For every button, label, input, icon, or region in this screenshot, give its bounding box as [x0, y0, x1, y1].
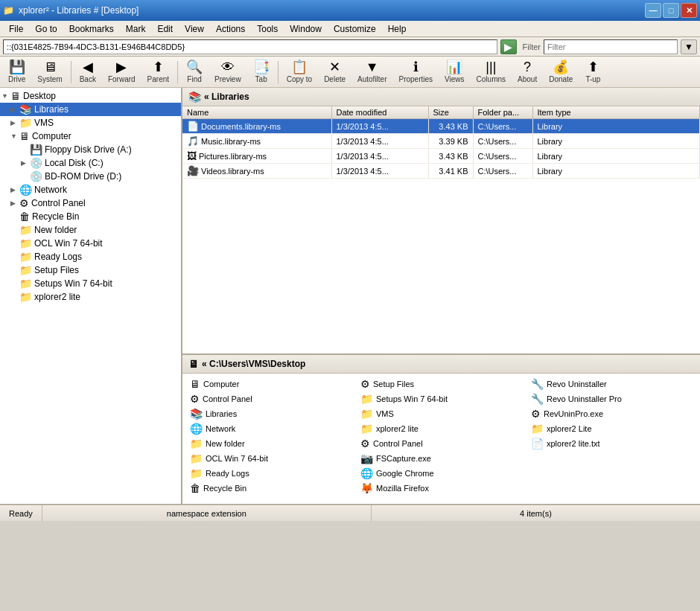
right-pane: 📚 « Libraries NameDate modifiedSizeFolde…	[182, 88, 700, 504]
toolbar-btn-properties[interactable]: ℹProperties	[394, 58, 439, 86]
toolbar-btn-system[interactable]: 🖥System	[32, 58, 67, 86]
menu-item-view[interactable]: View	[179, 22, 210, 36]
list-item[interactable]: 🖥Computer	[185, 377, 356, 391]
address-input[interactable]	[3, 39, 497, 54]
toolbar-btn-t-up[interactable]: ⬆T-up	[579, 58, 606, 86]
list-item[interactable]: 📷FSCapture.exe	[356, 451, 526, 466]
tree-item-recycle[interactable]: 🗑Recycle Bin	[0, 210, 181, 223]
toolbar-btn-views[interactable]: 📊Views	[439, 58, 470, 86]
list-item[interactable]: 📁Setups Win 7 64-bit	[356, 391, 526, 406]
tree-expand-controlpanel[interactable]: ▶	[10, 199, 19, 207]
tree-item-computer[interactable]: ▼🖥Computer	[0, 129, 181, 143]
list-item[interactable]: 📄xplorer2 lite.txt	[526, 436, 697, 451]
toolbar-btn-parent[interactable]: ⬆Parent	[142, 58, 174, 86]
file-col-item-type[interactable]: Item type	[532, 106, 700, 119]
list-item[interactable]: 🗑Recycle Bin	[185, 481, 356, 496]
toolbar-btn-forward[interactable]: ▶Forward	[103, 58, 141, 86]
list-item[interactable]: 📁xplorer2 Lite	[526, 421, 697, 436]
maximize-button[interactable]: □	[663, 3, 679, 18]
tree-expand-localc[interactable]: ▶	[21, 159, 30, 167]
list-item[interactable]: 📁New folder	[185, 436, 356, 451]
list-item[interactable]: 🌐Google Chrome	[356, 466, 526, 481]
list-item[interactable]: 🌐Network	[185, 421, 356, 436]
tree-item-libraries[interactable]: ▶📚Libraries	[0, 103, 181, 116]
tree-item-localc[interactable]: ▶💿Local Disk (C:)	[0, 156, 181, 170]
filter-input[interactable]	[544, 39, 678, 54]
tree-item-desktop[interactable]: ▼🖥Desktop	[0, 89, 181, 103]
address-go-button[interactable]: ▶	[500, 39, 517, 54]
app-icon: 📁	[3, 5, 14, 16]
tree-expand-vms[interactable]: ▶	[10, 119, 19, 127]
menu-item-file[interactable]: File	[3, 22, 29, 36]
tree-item-floppy[interactable]: 💾Floppy Disk Drive (A:)	[0, 143, 181, 156]
menu-item-tools[interactable]: Tools	[251, 22, 284, 36]
tree-expand-network[interactable]: ▶	[10, 186, 19, 193]
tree-expand-computer[interactable]: ▼	[10, 132, 19, 140]
menu-item-mark[interactable]: Mark	[120, 22, 152, 36]
list-item[interactable]: 📁xplorer2 lite	[356, 421, 526, 436]
toolbar-btn-copy-to[interactable]: 📋Copy to	[281, 58, 317, 86]
tree-icon-network: 🌐	[19, 184, 32, 196]
file-col-date-modified[interactable]: Date modified	[331, 106, 428, 119]
list-item[interactable]: 🔧Revo Uninstaller Pro	[526, 391, 697, 406]
minimize-button[interactable]: —	[645, 3, 661, 18]
tree-icon-setupswin: 📁	[19, 278, 32, 289]
toolbar-btn-drive[interactable]: 💾Drive	[3, 58, 31, 86]
table-row[interactable]: 🎥Videos.library-ms1/3/2013 4:5...3.41 KB…	[182, 164, 700, 179]
tree-item-network[interactable]: ▶🌐Network	[0, 183, 181, 196]
list-item[interactable]: ⚙RevUninPro.exe	[526, 406, 697, 421]
tree-label-bddrive: BD-ROM Drive (D:)	[45, 171, 121, 182]
tree-item-oclwin[interactable]: 📁OCL Win 7 64-bit	[0, 237, 181, 250]
toolbar-btn-delete[interactable]: ✕Delete	[319, 58, 351, 86]
tree-label-setupfiles: Setup Files	[34, 265, 79, 275]
list-item[interactable]: 📁VMS	[356, 406, 526, 421]
toolbar-separator	[177, 61, 178, 83]
tree-item-readylogs[interactable]: 📁Ready Logs	[0, 250, 181, 263]
tree-item-setupfiles[interactable]: 📁Setup Files	[0, 263, 181, 277]
menu-item-edit[interactable]: Edit	[151, 22, 179, 36]
tree-item-controlpanel[interactable]: ▶⚙Control Panel	[0, 196, 181, 210]
list-item[interactable]: 📁Ready Logs	[185, 466, 356, 481]
list-item[interactable]: ⚙Setup Files	[356, 377, 526, 391]
toolbar-btn-back[interactable]: ◀Back	[74, 58, 101, 86]
list-item[interactable]: 📁OCL Win 7 64-bit	[185, 451, 356, 466]
tree-item-newfolder[interactable]: 📁New folder	[0, 223, 181, 237]
menu-item-bookmarks[interactable]: Bookmarks	[63, 22, 120, 36]
file-col-size[interactable]: Size	[428, 106, 473, 119]
toolbar: 💾Drive🖥System◀Back▶Forward⬆Parent🔍Find👁P…	[0, 57, 700, 88]
file-col-name[interactable]: Name	[182, 106, 331, 119]
tree-expand-libraries[interactable]: ▶	[10, 106, 19, 113]
list-item[interactable]: ⚙Control Panel	[185, 391, 356, 406]
titlebar-title: xplorer² - Libraries # [Desktop]	[19, 5, 139, 16]
menu-item-customize[interactable]: Customize	[328, 22, 382, 36]
toolbar-btn-columns[interactable]: |||Columns	[471, 58, 511, 86]
menu-item-help[interactable]: Help	[382, 22, 413, 36]
menu-item-actions[interactable]: Actions	[210, 22, 251, 36]
list-item[interactable]: 🔧Revo Uninstaller	[526, 377, 697, 391]
table-row[interactable]: 📄Documents.library-ms1/3/2013 4:5...3.43…	[182, 119, 700, 134]
toolbar-btn-about[interactable]: ?About	[512, 58, 542, 86]
toolbar-btn-preview[interactable]: 👁Preview	[209, 58, 246, 86]
list-item[interactable]: 🦊Mozilla Firefox	[356, 481, 526, 496]
list-item[interactable]: 📚Libraries	[185, 406, 356, 421]
close-button[interactable]: ✕	[681, 3, 697, 18]
filter-dropdown-button[interactable]: ▼	[681, 39, 697, 54]
tree-icon-desktop: 🖥	[10, 90, 21, 102]
table-row[interactable]: 🖼Pictures.library-ms1/3/2013 4:5...3.43 …	[182, 149, 700, 164]
toolbar-btn-tab[interactable]: 📑Tab	[248, 58, 275, 86]
list-item[interactable]: ⚙Control Panel	[356, 436, 526, 451]
tree-label-floppy: Floppy Disk Drive (A:)	[45, 144, 132, 155]
table-row[interactable]: 🎵Music.library-ms1/3/2013 4:5...3.39 KBC…	[182, 134, 700, 149]
menu-item-window[interactable]: Window	[284, 22, 328, 36]
desktop-item-icon: 🔧	[531, 393, 544, 405]
file-col-folder-pa...[interactable]: Folder pa...	[473, 106, 532, 119]
tree-item-setupswin[interactable]: 📁Setups Win 7 64-bit	[0, 277, 181, 290]
menu-item-go-to[interactable]: Go to	[29, 22, 63, 36]
toolbar-btn-autofilter[interactable]: ▼Autofilter	[352, 58, 392, 86]
tree-expand-desktop[interactable]: ▼	[1, 92, 10, 100]
tree-item-xplorer2lite[interactable]: 📁xplorer2 lite	[0, 290, 181, 304]
toolbar-btn-find[interactable]: 🔍Find	[181, 58, 208, 86]
toolbar-btn-donate[interactable]: 💰Donate	[544, 58, 578, 86]
tree-item-vms[interactable]: ▶📁VMS	[0, 116, 181, 129]
tree-item-bddrive[interactable]: 💿BD-ROM Drive (D:)	[0, 170, 181, 183]
